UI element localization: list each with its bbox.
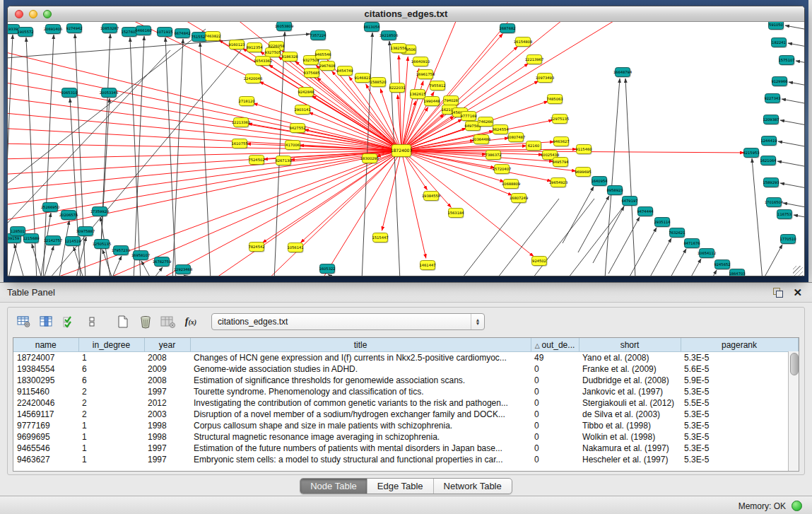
table-cell[interactable]: 9463627 — [13, 454, 78, 465]
graph-node[interactable]: 8215953 — [743, 148, 759, 158]
graph-node[interactable]: 19384554 — [422, 192, 441, 201]
table-cell[interactable]: 2008 — [144, 375, 190, 386]
table-cell[interactable]: 2 — [78, 397, 144, 409]
graph-node[interactable]: 10688809 — [502, 180, 520, 189]
graph-edge[interactable] — [401, 151, 534, 257]
minimize-window-button[interactable] — [29, 10, 37, 18]
close-window-button[interactable] — [15, 10, 23, 18]
graph-edge[interactable] — [8, 50, 401, 151]
table-cell[interactable]: 0 — [531, 420, 579, 431]
graph-edge[interactable] — [785, 25, 804, 35]
table-cell[interactable]: 1 — [78, 454, 144, 465]
graph-node[interactable]: 10807487 — [507, 133, 525, 143]
graph-node[interactable]: 7357224 — [310, 31, 326, 41]
table-cell[interactable]: 2 — [78, 409, 144, 420]
graph-node[interactable]: 8454749 — [336, 66, 353, 76]
show-columns-icon[interactable] — [37, 313, 56, 331]
graph-edge[interactable] — [172, 39, 183, 276]
graph-node[interactable]: 16961758 — [416, 70, 435, 80]
graph-node[interactable]: 18724007 — [391, 145, 413, 158]
table-cell[interactable]: Stergiakouli et al. (2012) — [579, 397, 681, 409]
graph-node[interactable]: 15720407 — [493, 165, 511, 175]
graph-node[interactable]: 16543362 — [254, 57, 272, 66]
table-cell[interactable]: 5.3E-5 — [681, 420, 798, 431]
graph-node[interactable]: 1905572 — [17, 28, 33, 37]
graph-edge[interactable] — [328, 274, 339, 276]
table-cell[interactable]: Tibbo et al. (1998) — [579, 420, 681, 431]
column-header-year[interactable]: year — [144, 338, 190, 352]
column-header-name[interactable]: name — [13, 338, 78, 352]
graph-edge[interactable] — [259, 81, 401, 151]
graph-edge[interactable] — [32, 244, 42, 276]
new-table-icon[interactable] — [114, 313, 132, 331]
table-cell[interactable]: 0 — [531, 363, 579, 375]
graph-node[interactable]: 7463822 — [204, 32, 220, 42]
table-cell[interactable]: Dudbridge et al. (2008) — [579, 375, 681, 386]
graph-edge[interactable] — [8, 151, 401, 237]
table-cell[interactable]: Franke et al. (2009) — [579, 363, 681, 375]
graph-node[interactable]: 9274942 — [66, 24, 82, 34]
graph-node[interactable]: 1071915 — [156, 28, 172, 37]
graph-node[interactable]: 8222031 — [389, 83, 405, 93]
rows-icon[interactable] — [83, 313, 101, 331]
graph-edge[interactable] — [777, 161, 804, 171]
table-cell[interactable]: Estimation of the future numbers of pati… — [190, 443, 531, 454]
memory-status-indicator[interactable] — [792, 501, 802, 511]
graph-node[interactable]: 1575107 — [778, 56, 794, 66]
graph-node[interactable]: 8958923 — [606, 186, 623, 196]
table-cell[interactable]: 0 — [531, 443, 579, 454]
table-cell[interactable]: Corpus callosum shape and size in male p… — [190, 420, 531, 431]
graph-node[interactable]: 2687682 — [499, 24, 515, 34]
graph-edge[interactable] — [300, 151, 401, 243]
graph-node[interactable]: 7824542 — [248, 243, 264, 252]
table-cell[interactable]: 1997 — [144, 443, 190, 454]
table-row[interactable]: 1938455462009Genome-wide association stu… — [13, 363, 798, 375]
table-cell[interactable]: 5.3E-5 — [681, 443, 798, 454]
table-cell[interactable]: 49 — [531, 352, 579, 364]
function-builder-icon[interactable]: f(x) — [182, 313, 200, 331]
graph-node[interactable]: 1215689 — [23, 234, 39, 244]
table-cell[interactable]: Changes of HCN gene expression and I(f) … — [190, 352, 531, 364]
table-cell[interactable]: 2003 — [144, 409, 190, 420]
graph-node[interactable]: 1990448 — [423, 97, 440, 107]
close-panel-icon[interactable]: ✕ — [793, 288, 802, 298]
table-cell[interactable]: 2 — [78, 386, 144, 397]
graph-edge[interactable] — [99, 98, 110, 276]
table-vertical-scrollbar[interactable] — [788, 351, 799, 471]
graph-edge[interactable] — [789, 82, 804, 92]
graph-node[interactable]: 2903141 — [294, 105, 310, 115]
graph-node[interactable]: 12142757 — [44, 236, 62, 246]
tab-network-table[interactable]: Network Table — [434, 479, 512, 493]
table-row[interactable]: 946362711997Embryonic stem cells: a mode… — [13, 454, 798, 465]
table-row[interactable]: 1830029562008Estimation of significance … — [13, 375, 798, 386]
scrollbar-thumb[interactable] — [790, 353, 799, 375]
table-row[interactable]: 977716911998Corpus callosum shape and si… — [13, 420, 798, 431]
graph-edge[interactable] — [593, 206, 624, 263]
graph-edge[interactable] — [794, 215, 804, 225]
graph-edge[interactable] — [460, 199, 524, 276]
graph-node[interactable]: 1864703 — [729, 269, 745, 277]
graph-edge[interactable] — [788, 43, 804, 53]
graph-node[interactable]: 12923468 — [174, 265, 192, 275]
table-settings-icon[interactable] — [15, 313, 33, 331]
graph-edge[interactable] — [780, 120, 804, 130]
graph-node[interactable]: 8427552 — [289, 124, 305, 134]
graph-edge[interactable] — [625, 78, 635, 276]
table-cell[interactable]: Tourette syndrome. Phenomenology and cla… — [190, 386, 531, 397]
graph-node[interactable]: 16053809 — [275, 22, 293, 32]
graph-node[interactable]: 116753 — [777, 210, 793, 220]
table-cell[interactable]: 14569117 — [13, 409, 78, 420]
graph-node[interactable]: 62160 — [526, 141, 542, 151]
window-titlebar[interactable]: citations_edges.txt — [8, 6, 804, 22]
table-cell[interactable]: 0 — [531, 454, 579, 465]
table-cell[interactable]: 2009 — [144, 363, 190, 375]
table-cell[interactable]: 5.9E-5 — [681, 375, 798, 386]
graph-edge[interactable] — [59, 221, 69, 276]
graph-edge[interactable] — [184, 275, 194, 276]
zoom-window-button[interactable] — [43, 10, 52, 18]
graph-edge[interactable] — [780, 183, 804, 193]
graph-node[interactable]: 1515447 — [372, 233, 388, 243]
graph-node[interactable]: 1056141 — [287, 243, 303, 253]
graph-edge[interactable] — [152, 267, 163, 276]
graph-edge[interactable] — [640, 238, 671, 276]
